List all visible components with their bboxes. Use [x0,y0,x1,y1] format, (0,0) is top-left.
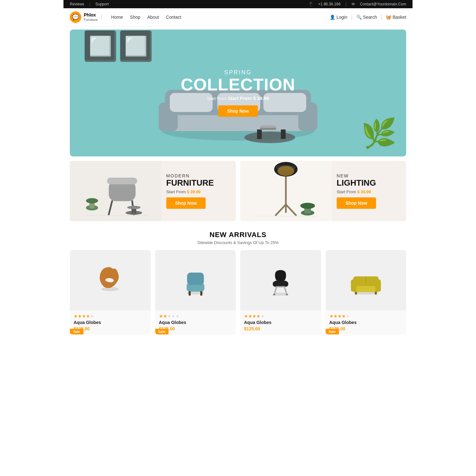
sep2: | [346,2,347,6]
new-arrivals-title: NEW ARRIVALS [70,231,406,239]
promo-lighting-label-top: NEW [337,173,401,178]
promo-furniture-text: MODERN FURNITURE Start From $ 39.99 Shop… [161,167,236,215]
email-icon: ✉ [352,2,355,6]
sep1: | [89,2,90,6]
product-price-3: $125.00 [244,326,317,331]
nav-home[interactable]: Home [109,15,125,20]
product-card-4[interactable]: ★★★★★ Aqua Globes $125.00 Sale [326,250,407,334]
lamp-decoration: 🔲🔲 [83,30,154,63]
product-name-3: Aqua Globes [244,320,317,325]
product-stars-3: ★★★★★ [244,314,317,319]
sale-badge-1: Sale [70,329,83,334]
reviews-link[interactable]: Reviews [70,2,84,6]
phone-number: +1 86.36.166 [318,2,340,6]
product-card-1[interactable]: ★★★★★ Aqua Globes $125.00 Sale [70,250,151,334]
basket-link[interactable]: 🧺 Basket [386,15,406,20]
hero-price: Start From Start From $ 39.99 [181,96,295,101]
svg-point-20 [125,211,142,215]
product-grid: ★★★★★ Aqua Globes $125.00 Sale ★★★★★ A [70,250,406,334]
search-icon: 🔍 [356,15,362,20]
promo-furniture-cta[interactable]: Shop Now [166,197,206,209]
svg-point-28 [277,166,294,176]
brand-name: Phlox Furniture [84,12,98,22]
hero-cta-button[interactable]: Shop Now [218,105,258,117]
sep-v2: | [381,14,382,20]
search-link[interactable]: 🔍 Search [356,15,377,20]
search-label: Search [363,15,377,20]
nav-sep: | [101,14,102,20]
product-info-3: ★★★★★ Aqua Globes $125.00 [240,310,321,334]
top-bar: Reviews | Support 📱 +1 86.36.166 | ✉ Con… [63,0,413,8]
email-address: Contact@Yourdomain.Com [360,2,406,6]
basket-icon: 🧺 [386,15,391,20]
phone-icon: 📱 [308,2,313,6]
new-arrivals-subtitle: Sitewide Discounts & Savings Of Up To 25… [70,240,406,245]
hero-title: COLLECTION [181,76,295,93]
sep-v1: | [351,14,353,20]
promo-row: MODERN FURNITURE Start From $ 39.99 Shop… [70,161,406,221]
svg-rect-50 [351,280,357,292]
product-stars-1: ★★★★★ [74,314,147,319]
svg-rect-12 [261,125,275,128]
svg-line-30 [286,204,296,215]
svg-point-46 [286,294,288,295]
basket-label: Basket [393,15,406,20]
login-label: Login [336,15,347,20]
promo-furniture-price: Start From $ 39.99 [166,189,231,194]
hero-content: SPRING COLLECTION Start From Start From … [181,69,295,117]
product-price-2: $125.00 [159,326,232,331]
svg-rect-38 [187,273,204,285]
product-name-1: Aqua Globes [74,320,147,325]
svg-line-18 [109,201,112,215]
promo-furniture-label-main: FURNITURE [166,178,231,188]
product-card-2[interactable]: ★★★★★ Aqua Globes $125.00 Sale [155,250,236,334]
svg-rect-10 [281,129,286,139]
sale-badge-4: Sale [326,329,339,334]
login-link[interactable]: 👤 Login [330,15,347,20]
product-price-1: $125.00 [74,326,147,331]
svg-point-8 [244,132,295,143]
svg-rect-39 [188,291,190,295]
product-card-3[interactable]: ★★★★★ Aqua Globes $125.00 [240,250,321,334]
sale-badge-2: Sale [155,329,169,334]
nav-about[interactable]: About [145,15,162,20]
product-img-3 [240,250,321,310]
top-bar-right: 📱 +1 86.36.166 | ✉ Contact@Yourdomain.Co… [308,2,406,6]
tree-decoration: 🌿 [361,117,397,150]
svg-rect-51 [375,280,381,292]
svg-line-29 [276,204,286,215]
product-name-4: Aqua Globes [329,320,403,325]
product-stars-4: ★★★★★ [329,314,403,319]
promo-lighting-cta[interactable]: Shop Now [337,197,376,209]
promo-lighting: NEW LIGHTING Start From $ 39.99 Shop Now [240,161,406,221]
support-link[interactable]: Support [95,2,109,6]
promo-lighting-label-main: LIGHTING [337,178,401,188]
svg-rect-40 [200,291,202,295]
svg-rect-17 [107,178,137,184]
product-stars-2: ★★★★★ [159,314,232,319]
top-bar-left: Reviews | Support [70,2,109,6]
promo-lighting-img [240,161,332,221]
svg-rect-9 [257,129,262,139]
promo-furniture-img [70,161,161,221]
product-img-4 [326,250,407,310]
svg-point-15 [86,198,98,203]
logo-area: 💬 Phlox Furniture [70,11,98,23]
svg-rect-53 [355,292,357,295]
svg-rect-54 [375,292,377,295]
nav-shop[interactable]: Shop [128,15,143,20]
svg-point-23 [127,206,141,209]
product-price-4: $125.00 [329,326,403,331]
promo-furniture: MODERN FURNITURE Start From $ 39.99 Shop… [70,161,236,221]
product-name-2: Aqua Globes [159,320,232,325]
svg-point-45 [273,294,275,295]
main-nav: Home Shop About Contact [109,15,184,20]
login-icon: 👤 [330,15,335,20]
product-img-1 [70,250,151,310]
svg-point-33 [300,203,315,209]
new-arrivals-header: NEW ARRIVALS Sitewide Discounts & Saving… [70,231,406,245]
header-right: 👤 Login | 🔍 Search | 🧺 Basket [330,14,406,20]
nav-contact[interactable]: Contact [163,15,184,20]
promo-lighting-price: Start From $ 39.99 [337,189,401,194]
logo-icon: 💬 [70,11,81,23]
